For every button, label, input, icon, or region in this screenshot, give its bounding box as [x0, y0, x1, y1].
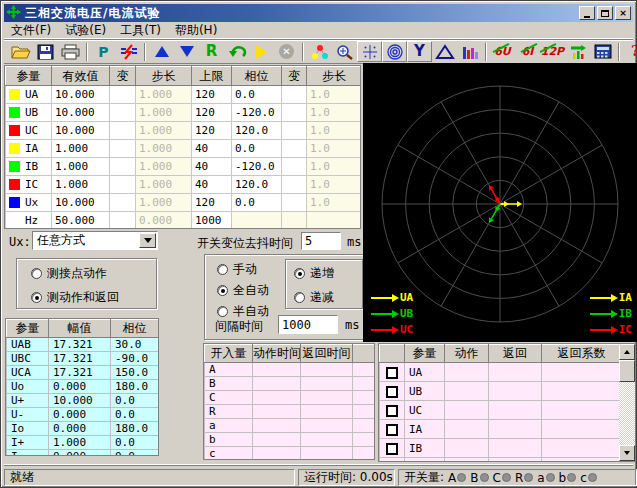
checkbox[interactable] — [386, 424, 398, 436]
help-button[interactable]: ? — [623, 41, 637, 62]
six-u-button[interactable]: 6U — [490, 41, 515, 62]
limit-cell[interactable]: 40 — [192, 176, 232, 194]
zoom-button[interactable] — [332, 41, 357, 62]
rms-cell[interactable]: 10.000 — [52, 122, 110, 140]
step-up-button[interactable] — [149, 41, 174, 62]
checkbox[interactable] — [386, 443, 398, 455]
limit-cell[interactable]: 120 — [192, 86, 232, 104]
scroll-up-button[interactable] — [619, 344, 635, 360]
start-button[interactable] — [249, 41, 274, 62]
vary-cell[interactable] — [282, 140, 307, 158]
phase-cell[interactable]: 0.0 — [232, 140, 282, 158]
rms-cell[interactable]: 10.000 — [52, 104, 110, 122]
vary-cell[interactable] — [282, 194, 307, 212]
delta-button[interactable] — [432, 41, 457, 62]
step-cell[interactable]: 0.000 — [136, 212, 192, 230]
six-i-button[interactable]: 6I — [515, 41, 540, 62]
target-button[interactable] — [382, 41, 407, 62]
phase-cell[interactable] — [232, 212, 282, 230]
checkbox[interactable] — [386, 367, 398, 379]
phase-step-cell[interactable]: 1.0 — [307, 194, 362, 212]
radio-option[interactable]: 递增 — [294, 265, 334, 282]
radio-option[interactable]: 测接点动作 — [31, 265, 119, 282]
radio-option[interactable]: 全自动 — [217, 282, 269, 299]
menu-item[interactable]: 文件(F) — [4, 21, 58, 40]
vertical-scrollbar[interactable] — [619, 344, 635, 461]
vary-cell[interactable] — [110, 86, 136, 104]
rms-cell[interactable]: 1.000 — [52, 140, 110, 158]
rms-cell[interactable]: 1.000 — [52, 176, 110, 194]
phase-cell[interactable]: 0.0 — [232, 194, 282, 212]
step-cell[interactable]: 1.000 — [136, 194, 192, 212]
vary-cell[interactable] — [110, 194, 136, 212]
minimize-button[interactable] — [579, 6, 595, 20]
undo-button[interactable] — [224, 41, 249, 62]
stop-button[interactable]: ✕ — [274, 41, 299, 62]
checkbox[interactable] — [386, 405, 398, 417]
vary-cell[interactable] — [110, 176, 136, 194]
rms-cell[interactable]: 10.000 — [52, 86, 110, 104]
vector-group-button[interactable] — [307, 41, 332, 62]
interval-input[interactable] — [278, 315, 338, 334]
radio-option[interactable]: 测动作和返回 — [31, 289, 119, 306]
report-button[interactable] — [565, 41, 590, 62]
combo-dropdown-button[interactable] — [139, 233, 156, 248]
vary-cell[interactable] — [110, 104, 136, 122]
radio-option[interactable]: 手动 — [217, 261, 269, 278]
calculator-button[interactable] — [590, 41, 615, 62]
wye-button[interactable]: Y — [407, 41, 432, 62]
vary-cell[interactable] — [282, 158, 307, 176]
limit-cell[interactable]: 120 — [192, 104, 232, 122]
phase-cell[interactable]: 0.0 — [232, 86, 282, 104]
step-cell[interactable]: 1.000 — [136, 86, 192, 104]
radio-option[interactable]: 递减 — [294, 289, 334, 306]
close-button[interactable]: × — [615, 6, 631, 20]
debounce-input[interactable] — [301, 232, 341, 250]
limit-cell[interactable]: 120 — [192, 122, 232, 140]
rms-cell[interactable]: 50.000 — [52, 212, 110, 230]
vary-cell[interactable] — [282, 176, 307, 194]
vary-cell[interactable] — [282, 212, 307, 230]
vary-cell[interactable] — [110, 212, 136, 230]
menu-item[interactable]: 工具(T) — [113, 21, 168, 40]
reset-r-button[interactable]: R — [199, 41, 224, 62]
phase-step-cell[interactable] — [307, 212, 362, 230]
rms-cell[interactable]: 10.000 — [52, 194, 110, 212]
phase-step-cell[interactable]: 1.0 — [307, 176, 362, 194]
phase-cell[interactable]: -120.0 — [232, 158, 282, 176]
phase-cell[interactable]: 120.0 — [232, 122, 282, 140]
vary-cell[interactable] — [110, 122, 136, 140]
phase-step-cell[interactable]: 1.0 — [307, 86, 362, 104]
vary-cell[interactable] — [110, 140, 136, 158]
menu-item[interactable]: 试验(E) — [58, 21, 113, 40]
limit-cell[interactable]: 40 — [192, 140, 232, 158]
maximize-button[interactable] — [597, 6, 613, 20]
vary-cell[interactable] — [282, 86, 307, 104]
step-cell[interactable]: 1.000 — [136, 158, 192, 176]
phase-cell[interactable]: -120.0 — [232, 104, 282, 122]
step-cell[interactable]: 1.000 — [136, 104, 192, 122]
limit-cell[interactable]: 40 — [192, 158, 232, 176]
step-cell[interactable]: 1.000 — [136, 140, 192, 158]
save-button[interactable] — [33, 41, 58, 62]
limit-cell[interactable]: 1000 — [192, 212, 232, 230]
phase-step-cell[interactable]: 1.0 — [307, 140, 362, 158]
phase-step-cell[interactable]: 1.0 — [307, 104, 362, 122]
twelve-p-button[interactable]: 12P — [540, 41, 565, 62]
print-button[interactable] — [58, 41, 83, 62]
menu-item[interactable]: 帮助(H) — [168, 21, 224, 40]
open-button[interactable] — [8, 41, 33, 62]
pause-p-button[interactable]: P — [91, 41, 116, 62]
phase-step-cell[interactable]: 1.0 — [307, 158, 362, 176]
scrollbar-thumb[interactable] — [619, 360, 635, 382]
phase-cell[interactable]: 120.0 — [232, 176, 282, 194]
vary-cell[interactable] — [110, 158, 136, 176]
ux-mode-select[interactable]: 任意方式 — [32, 231, 158, 250]
phase-step-cell[interactable]: 1.0 — [307, 122, 362, 140]
step-down-button[interactable] — [174, 41, 199, 62]
scroll-down-button[interactable] — [619, 445, 635, 461]
short-circuit-button[interactable] — [116, 41, 141, 62]
checkbox[interactable] — [386, 386, 398, 398]
rms-cell[interactable]: 1.000 — [52, 158, 110, 176]
vary-cell[interactable] — [282, 104, 307, 122]
